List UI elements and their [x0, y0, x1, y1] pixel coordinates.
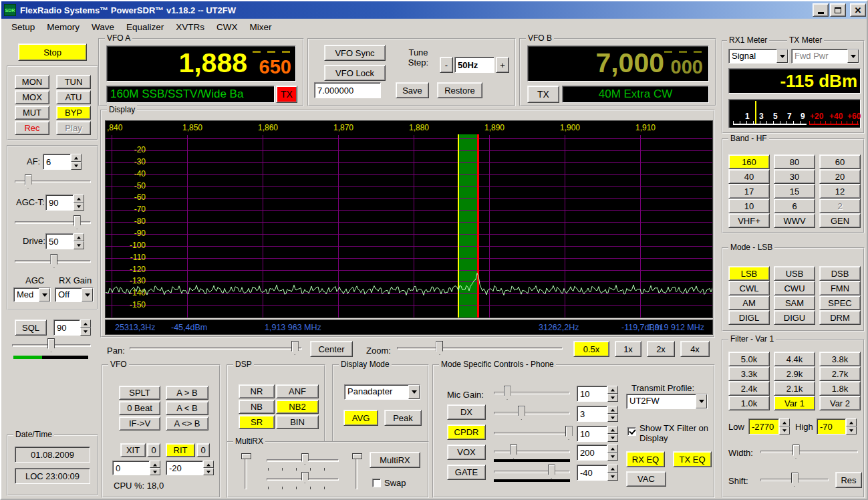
slider-thumb[interactable]: [47, 338, 55, 352]
band-wwv-button[interactable]: WWV: [774, 213, 815, 228]
spin-up-icon[interactable]: [607, 386, 618, 394]
filter-reset-button[interactable]: Res: [835, 472, 862, 488]
tune-step-value[interactable]: 50Hz: [454, 57, 494, 73]
band-2-button[interactable]: 2: [819, 199, 861, 213]
filter-var2-button[interactable]: Var 2: [819, 396, 861, 410]
spin-up-icon[interactable]: [71, 154, 82, 162]
rit-button[interactable]: RIT: [166, 443, 195, 457]
peak-button[interactable]: Peak: [384, 410, 422, 426]
gate-spinner[interactable]: -40: [577, 465, 618, 481]
af-spinner[interactable]: 6: [43, 154, 82, 170]
filter-var1-button[interactable]: Var 1: [774, 396, 815, 410]
menu-setup[interactable]: Setup: [5, 20, 41, 34]
af-slider[interactable]: [13, 174, 92, 189]
nb2-button[interactable]: NB2: [276, 400, 319, 414]
slider-thumb[interactable]: [504, 386, 511, 400]
zero-beat-button[interactable]: 0 Beat: [119, 401, 160, 415]
filter-2k1-button[interactable]: 2.1k: [774, 381, 815, 396]
spin-up-icon[interactable]: [74, 233, 84, 241]
gate-slider[interactable]: [492, 465, 571, 479]
bin-button[interactable]: BIN: [276, 415, 319, 429]
multirx-gain-slider-1[interactable]: [265, 453, 340, 465]
start-stop-button[interactable]: Stop: [18, 43, 87, 61]
slider-thumb[interactable]: [436, 341, 443, 355]
slider-thumb[interactable]: [510, 445, 517, 459]
tun-button[interactable]: TUN: [56, 75, 91, 89]
filter-5k-button[interactable]: 5.0k: [728, 352, 770, 366]
mox-button[interactable]: MOX: [15, 90, 49, 104]
menu-cwx[interactable]: CWX: [210, 20, 244, 34]
multirx-pan-right-slider[interactable]: [352, 452, 362, 491]
spin-down-icon[interactable]: [846, 426, 857, 434]
band-17-button[interactable]: 17: [728, 184, 770, 199]
vfo-b-tx-button[interactable]: TX: [527, 86, 559, 103]
slider-thumb[interactable]: [791, 473, 799, 487]
vox-value[interactable]: 200: [577, 445, 607, 461]
slider-thumb[interactable]: [74, 215, 81, 229]
multirx-gain-slider-2[interactable]: [265, 472, 340, 484]
mode-cwl-button[interactable]: CWL: [728, 281, 770, 295]
slider-thumb[interactable]: [301, 453, 309, 465]
slider-thumb[interactable]: [25, 174, 32, 189]
nr-button[interactable]: NR: [239, 384, 275, 398]
spin-down-icon[interactable]: [203, 468, 214, 475]
vox-spinner[interactable]: 200: [577, 445, 618, 461]
mic-gain-spinner[interactable]: 10: [577, 386, 618, 402]
xit-button[interactable]: XIT: [120, 443, 146, 457]
tx-meter-select[interactable]: Fwd Pwr: [791, 49, 859, 64]
sql-spinner[interactable]: 90: [53, 320, 91, 336]
cpdr-button[interactable]: CPDR: [447, 424, 486, 440]
spin-down-icon[interactable]: [71, 162, 82, 170]
mode-cwu-button[interactable]: CWU: [774, 281, 815, 295]
spin-down-icon[interactable]: [607, 394, 618, 402]
filter-1k-button[interactable]: 1.0k: [728, 396, 770, 410]
rxgain-select[interactable]: Off: [55, 287, 94, 302]
zoom-1x-button[interactable]: 1x: [615, 341, 641, 357]
band-12-button[interactable]: 12: [819, 184, 861, 199]
saved-frequency-input[interactable]: 7.000000: [314, 82, 381, 98]
menu-xvtrs[interactable]: XVTRs: [170, 20, 210, 34]
b-to-a-button[interactable]: A < B: [166, 401, 208, 415]
filter-shift-slider[interactable]: [759, 473, 830, 487]
spin-up-icon[interactable]: [779, 418, 790, 426]
filter-1k8-button[interactable]: 1.8k: [819, 381, 861, 396]
rx-eq-button[interactable]: RX EQ: [626, 451, 665, 467]
mode-fmn-button[interactable]: FMN: [819, 281, 861, 295]
sql-slider[interactable]: [11, 338, 92, 353]
mic-gain-value[interactable]: 10: [577, 386, 607, 402]
sql-button[interactable]: SQL: [15, 320, 47, 336]
tx-eq-button[interactable]: TX EQ: [673, 451, 712, 467]
mode-am-button[interactable]: AM: [728, 295, 770, 310]
maximize-button[interactable]: [830, 3, 846, 17]
spin-down-icon[interactable]: [80, 328, 91, 336]
agct-value[interactable]: 90: [45, 195, 74, 211]
restore-button[interactable]: Restore: [437, 82, 482, 98]
dx-button[interactable]: DX: [447, 404, 486, 420]
spin-down-icon[interactable]: [74, 241, 84, 249]
vac-button[interactable]: VAC: [626, 471, 666, 487]
if-to-vfo-button[interactable]: IF->V: [119, 416, 160, 430]
band-160-button[interactable]: 160: [728, 154, 770, 169]
vfo-sync-button[interactable]: VFO Sync: [324, 45, 386, 61]
chevron-down-icon[interactable]: [82, 288, 93, 301]
tune-step-down-button[interactable]: -: [440, 57, 453, 73]
agct-slider[interactable]: [13, 215, 92, 230]
mode-usb-button[interactable]: USB: [774, 266, 815, 281]
filter-low-spinner[interactable]: -2770: [748, 418, 790, 434]
dx-slider[interactable]: [492, 406, 571, 420]
gate-value[interactable]: -40: [577, 465, 607, 481]
band-20-button[interactable]: 20: [819, 169, 861, 184]
chevron-down-icon[interactable]: [408, 385, 420, 399]
filter-high-spinner[interactable]: -70: [817, 418, 857, 434]
cpdr-spinner[interactable]: 10: [577, 426, 618, 442]
spin-up-icon[interactable]: [607, 465, 618, 473]
a-to-b-button[interactable]: A > B: [166, 386, 208, 400]
nb-button[interactable]: NB: [239, 400, 275, 414]
slider-thumb[interactable]: [352, 453, 362, 459]
spin-down-icon[interactable]: [607, 434, 618, 442]
tune-step-up-button[interactable]: +: [496, 57, 509, 73]
center-button[interactable]: Center: [310, 341, 353, 357]
vfo-a-tx-indicator[interactable]: TX: [276, 86, 297, 103]
menu-memory[interactable]: Memory: [41, 20, 86, 34]
spin-down-icon[interactable]: [607, 453, 618, 461]
